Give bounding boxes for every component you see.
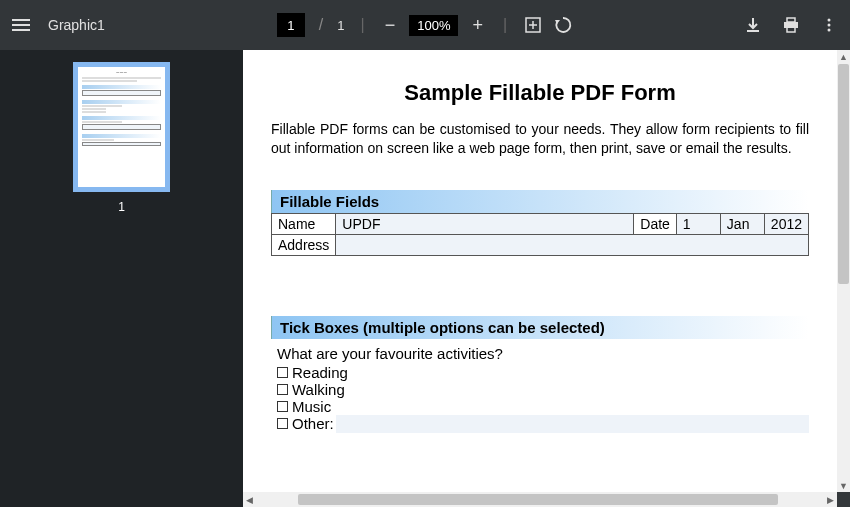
- intro-text: Fillable PDF forms can be customised to …: [271, 120, 809, 158]
- rotate-icon[interactable]: [553, 15, 573, 35]
- scroll-left-icon[interactable]: ◀: [243, 492, 256, 507]
- vertical-scrollbar[interactable]: ▲ ▼: [837, 50, 850, 492]
- main-area: — — — 1 Sample Fillable PDF Form: [0, 50, 850, 507]
- date-month-field[interactable]: Jan: [720, 213, 764, 234]
- svg-point-9: [828, 29, 831, 32]
- zoom-percentage[interactable]: 100%: [409, 15, 458, 36]
- checkbox-other-row: Other:: [277, 415, 809, 433]
- checkbox-walking-label: Walking: [292, 381, 345, 398]
- checkbox-reading-label: Reading: [292, 364, 348, 381]
- pdf-page: Sample Fillable PDF Form Fillable PDF fo…: [243, 50, 837, 492]
- section-tick-boxes: Tick Boxes (multiple options can be sele…: [271, 316, 809, 339]
- zoom-in-button[interactable]: +: [468, 15, 487, 36]
- name-field[interactable]: UPDF: [336, 213, 634, 234]
- document-filename: Graphic1: [48, 17, 105, 33]
- fit-page-icon[interactable]: [523, 15, 543, 35]
- scroll-down-icon[interactable]: ▼: [837, 479, 850, 492]
- checkbox-reading-row: Reading: [277, 364, 809, 381]
- download-icon[interactable]: [744, 16, 762, 34]
- activities-question: What are your favourite activities?: [277, 345, 809, 362]
- svg-point-7: [828, 19, 831, 22]
- checkbox-music[interactable]: [277, 401, 288, 412]
- scroll-right-icon[interactable]: ▶: [824, 492, 837, 507]
- document-title: Sample Fillable PDF Form: [271, 80, 809, 106]
- print-icon[interactable]: [782, 16, 800, 34]
- page-total: 1: [337, 18, 344, 33]
- page-thumbnail[interactable]: — — —: [73, 62, 170, 192]
- other-text-field[interactable]: [336, 415, 809, 433]
- svg-point-8: [828, 24, 831, 27]
- date-day-field[interactable]: 1: [676, 213, 720, 234]
- toolbar-divider: |: [361, 16, 365, 34]
- section-fillable-fields: Fillable Fields: [271, 190, 809, 213]
- svg-rect-5: [784, 22, 798, 28]
- checkbox-other[interactable]: [277, 418, 288, 429]
- date-label: Date: [634, 213, 677, 234]
- horizontal-scroll-thumb[interactable]: [298, 494, 778, 505]
- date-year-field[interactable]: 2012: [764, 213, 808, 234]
- page-separator: /: [319, 16, 323, 34]
- address-label: Address: [272, 234, 336, 255]
- svg-rect-4: [787, 18, 795, 22]
- thumbnail-number: 1: [118, 200, 125, 214]
- checkbox-reading[interactable]: [277, 367, 288, 378]
- menu-icon[interactable]: [12, 19, 30, 31]
- pdf-toolbar: Graphic1 / 1 | − 100% + |: [0, 0, 850, 50]
- name-label: Name: [272, 213, 336, 234]
- scroll-up-icon[interactable]: ▲: [837, 50, 850, 63]
- checkbox-other-label: Other:: [292, 415, 334, 432]
- toolbar-divider: |: [503, 16, 507, 34]
- checkbox-walking-row: Walking: [277, 381, 809, 398]
- page-number-input[interactable]: [277, 13, 305, 37]
- address-field[interactable]: [336, 234, 809, 255]
- fields-table: Name UPDF Date 1 Jan 2012 Address: [271, 213, 809, 256]
- vertical-scroll-thumb[interactable]: [838, 64, 849, 284]
- checkbox-music-row: Music: [277, 398, 809, 415]
- content-area: Sample Fillable PDF Form Fillable PDF fo…: [243, 50, 850, 507]
- horizontal-scrollbar[interactable]: ◀ ▶: [243, 492, 837, 507]
- more-options-icon[interactable]: [820, 16, 838, 34]
- checkbox-walking[interactable]: [277, 384, 288, 395]
- checkbox-music-label: Music: [292, 398, 331, 415]
- thumbnail-sidebar: — — — 1: [0, 50, 243, 507]
- zoom-out-button[interactable]: −: [381, 15, 400, 36]
